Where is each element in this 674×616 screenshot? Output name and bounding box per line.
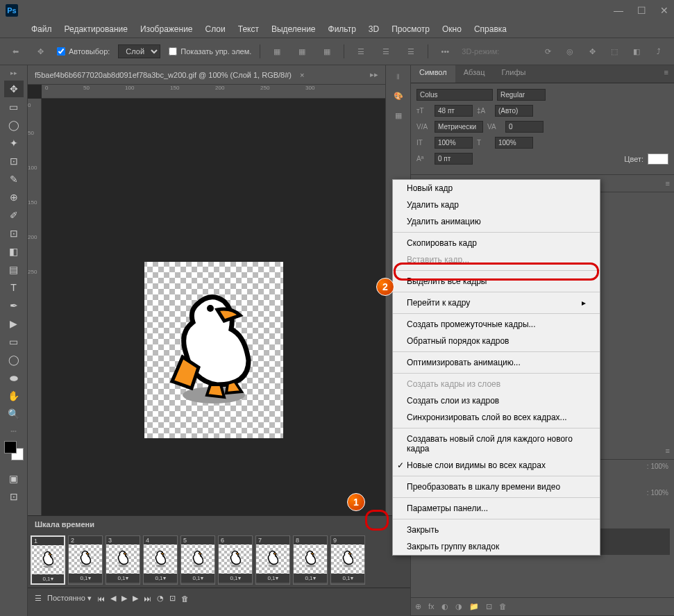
menu-item[interactable]: Закрыть bbox=[393, 522, 600, 538]
close-icon[interactable]: ✕ bbox=[660, 5, 668, 16]
crop-tool[interactable]: ⊡ bbox=[4, 153, 24, 169]
text-color-swatch[interactable] bbox=[648, 153, 668, 165]
menu-item[interactable]: Закрыть группу вкладок bbox=[393, 538, 600, 555]
scale-icon[interactable]: ⬚ bbox=[606, 43, 623, 60]
menu-item[interactable]: Удалить анимацию bbox=[393, 213, 600, 230]
menu-image[interactable]: Изображение bbox=[140, 24, 193, 34]
move-3d-icon[interactable]: ✥ bbox=[584, 43, 600, 60]
show-controls-checkbox[interactable]: Показать упр. элем. bbox=[169, 47, 251, 56]
new-layer-icon[interactable]: ⊡ bbox=[486, 602, 492, 611]
tab-character[interactable]: Символ bbox=[411, 65, 455, 83]
panel-menu-icon[interactable]: ≡ bbox=[666, 179, 670, 188]
close-tab-icon[interactable]: × bbox=[300, 71, 304, 79]
adjustment-icon[interactable]: ◑ bbox=[455, 602, 462, 611]
font-style-input[interactable] bbox=[497, 89, 546, 101]
menu-filter[interactable]: Фильтр bbox=[328, 24, 356, 34]
grid-icon[interactable]: ▦ bbox=[395, 111, 402, 120]
align-right-icon[interactable]: ▦ bbox=[319, 43, 335, 60]
next-frame-icon[interactable]: ▶ bbox=[133, 594, 138, 603]
color-picker[interactable] bbox=[4, 441, 24, 460]
leading-input[interactable] bbox=[495, 105, 533, 117]
last-frame-icon[interactable]: ⏭ bbox=[144, 594, 151, 603]
link-layers-icon[interactable]: ⊕ bbox=[415, 602, 421, 611]
layer-target-dropdown[interactable]: Слой bbox=[118, 44, 160, 58]
adjustments-icon[interactable]: ⦀ bbox=[396, 72, 400, 81]
menu-file[interactable]: Файл bbox=[31, 24, 52, 34]
panel-menu-icon[interactable]: ≡ bbox=[659, 65, 674, 83]
frame-thumbnail[interactable]: 30,1▾ bbox=[106, 535, 140, 585]
fx-icon[interactable]: fx bbox=[428, 602, 435, 611]
gradient-tool[interactable]: ▤ bbox=[4, 261, 24, 278]
orbit-icon[interactable]: ⟳ bbox=[539, 43, 556, 60]
folder-icon[interactable]: 📁 bbox=[469, 602, 479, 611]
menu-item[interactable]: Скопировать кадр bbox=[393, 235, 600, 251]
screenmode-tool[interactable]: ⊡ bbox=[4, 488, 24, 505]
home-icon[interactable]: ⬅ bbox=[7, 43, 24, 60]
more-icon[interactable]: ••• bbox=[437, 43, 453, 60]
panel-menu-icon[interactable]: ≡ bbox=[666, 447, 670, 455]
menu-3d[interactable]: 3D bbox=[369, 24, 379, 34]
align-center-icon[interactable]: ▦ bbox=[294, 43, 310, 60]
tab-paragraph[interactable]: Абзац bbox=[455, 65, 494, 83]
menu-help[interactable]: Справка bbox=[474, 24, 507, 34]
fg-color-swatch[interactable] bbox=[4, 441, 17, 453]
menu-item[interactable]: Синхронизировать слой во всех кадрах... bbox=[393, 409, 600, 426]
frame-thumbnail[interactable]: 40,1▾ bbox=[143, 535, 178, 585]
quickmask-tool[interactable]: ▣ bbox=[4, 470, 24, 487]
frame-thumbnail[interactable]: 20,1▾ bbox=[68, 535, 103, 585]
menu-view[interactable]: Просмотр bbox=[391, 24, 430, 34]
delete-frame-icon[interactable]: 🗑 bbox=[181, 594, 189, 603]
lasso-tool[interactable]: ◯ bbox=[4, 117, 24, 133]
delete-layer-icon[interactable]: 🗑 bbox=[499, 602, 507, 611]
expand-icon[interactable]: ▸▸ bbox=[10, 69, 17, 76]
share-icon[interactable]: ⤴ bbox=[650, 43, 667, 60]
vscale-input[interactable] bbox=[435, 137, 473, 149]
align-top-icon[interactable]: ☰ bbox=[353, 43, 369, 60]
pan-icon[interactable]: ◎ bbox=[562, 43, 578, 60]
menu-item[interactable]: Создавать новый слой для каждого нового … bbox=[393, 431, 600, 457]
ellipse-tool[interactable]: ◯ bbox=[4, 351, 24, 368]
mask-icon[interactable]: ◐ bbox=[441, 602, 448, 611]
rectangle-tool[interactable]: ▭ bbox=[4, 333, 24, 350]
menu-item[interactable]: Создать слои из кадров bbox=[393, 392, 600, 409]
font-size-input[interactable] bbox=[435, 105, 473, 117]
magic-wand-tool[interactable]: ✦ bbox=[4, 135, 24, 151]
document-tab[interactable]: f5baef4b6b6677020ab8d091ef78a3bc_w200.gi… bbox=[28, 65, 385, 85]
align-bottom-icon[interactable]: ☰ bbox=[403, 43, 419, 60]
rotate-icon[interactable]: ◧ bbox=[628, 43, 645, 60]
menu-item[interactable]: Преобразовать в шкалу времени видео bbox=[393, 478, 600, 495]
loop-dropdown[interactable]: Постоянно ▾ bbox=[47, 594, 92, 603]
hand-tool[interactable]: ✋ bbox=[4, 388, 24, 404]
dodge-tool[interactable]: ⬬ bbox=[4, 369, 24, 386]
align-middle-icon[interactable]: ☰ bbox=[378, 43, 394, 60]
frame-thumbnail[interactable]: 10,1▾ bbox=[31, 535, 65, 585]
expand-panel-icon[interactable]: ▸▸ bbox=[370, 70, 378, 79]
menu-select[interactable]: Выделение bbox=[271, 24, 316, 34]
tab-glyphs[interactable]: Глифы bbox=[494, 65, 534, 83]
type-tool[interactable]: T bbox=[4, 279, 24, 296]
menu-text[interactable]: Текст bbox=[238, 24, 259, 34]
minimize-icon[interactable]: — bbox=[614, 5, 623, 16]
autoselect-checkbox[interactable]: Автовыбор: bbox=[57, 47, 110, 56]
hscale-input[interactable] bbox=[495, 137, 533, 149]
menu-item[interactable]: Новый кадр bbox=[393, 180, 600, 197]
zoom-tool[interactable]: 🔍 bbox=[4, 406, 24, 422]
prev-frame-icon[interactable]: ◀ bbox=[110, 594, 116, 603]
eyedropper-tool[interactable]: ✎ bbox=[4, 171, 24, 188]
swatches-icon[interactable]: 🎨 bbox=[394, 92, 403, 101]
font-family-input[interactable] bbox=[416, 89, 493, 101]
frame-thumbnail[interactable]: 80,1▾ bbox=[293, 535, 328, 585]
pen-tool[interactable]: ✒ bbox=[4, 297, 24, 314]
move-tool[interactable]: ✥ bbox=[4, 81, 24, 97]
menu-item[interactable]: Выделить все кадры bbox=[393, 273, 600, 290]
baseline-input[interactable] bbox=[435, 153, 473, 165]
convert-icon[interactable]: ☰ bbox=[35, 594, 42, 603]
menu-item[interactable]: Параметры панели... bbox=[393, 500, 600, 517]
clone-stamp-tool[interactable]: ⊡ bbox=[4, 225, 24, 242]
kerning-input[interactable] bbox=[435, 121, 483, 133]
menu-item[interactable]: Обратный порядок кадров bbox=[393, 333, 600, 349]
frame-thumbnail[interactable]: 50,1▾ bbox=[180, 535, 215, 585]
menu-item[interactable]: Новые слои видимы во всех кадрах bbox=[393, 457, 600, 474]
path-select-tool[interactable]: ▶ bbox=[4, 315, 24, 332]
menu-item[interactable]: Создать промежуточные кадры... bbox=[393, 316, 600, 333]
